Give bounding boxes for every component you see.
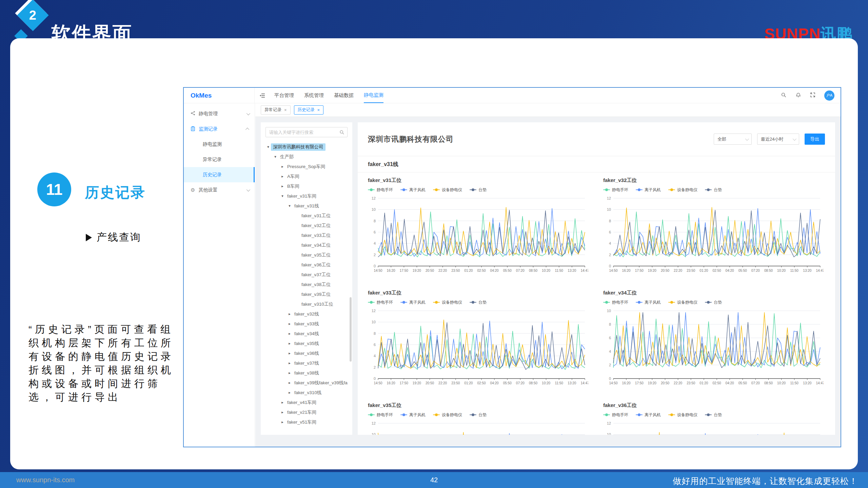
tree-node[interactable]: ▸faker_v33线 [265, 319, 348, 329]
tree-node[interactable]: faker_v33工位 [265, 230, 348, 240]
caret-closed-icon[interactable]: ▸ [287, 381, 292, 385]
sidebar-item-其他设置[interactable]: ⚙其他设置 [184, 182, 255, 198]
legend-item[interactable]: 静电手环 [368, 187, 393, 193]
tree-scrollbar[interactable] [350, 297, 352, 362]
caret-closed-icon[interactable]: ▸ [287, 390, 292, 395]
tree-node[interactable]: faker_v37工位 [265, 270, 348, 280]
nav-item[interactable]: 系统管理 [304, 88, 324, 103]
sidebar-item-静电管理[interactable]: 静电管理 [184, 106, 255, 121]
caret-closed-icon[interactable]: ▸ [287, 312, 292, 316]
caret-closed-icon[interactable]: ▸ [280, 410, 285, 414]
legend-item[interactable]: 离子风机 [400, 187, 426, 193]
caret-open-icon[interactable]: ▾ [273, 155, 278, 159]
caret-open-icon[interactable]: ▾ [280, 194, 285, 198]
tree-node[interactable]: ▸faker_v310线 [265, 388, 348, 398]
bell-icon[interactable] [795, 92, 801, 99]
sidebar-subitem-历史记录[interactable]: 历史记录 [184, 167, 255, 182]
tree-node[interactable]: ▸Pressure_Sop车间 [265, 162, 348, 171]
tree-node[interactable]: faker_v39工位 [265, 289, 348, 299]
tree-node[interactable]: ▾生产部 [265, 152, 348, 162]
caret-closed-icon[interactable]: ▸ [280, 420, 285, 424]
caret-closed-icon[interactable]: ▸ [280, 174, 285, 179]
tree-node[interactable]: ▾faker_v31车间 [265, 191, 348, 201]
legend-item[interactable]: 设备静电仪 [668, 300, 697, 305]
tree-node[interactable]: ▸faker_v51车间 [265, 417, 348, 427]
caret-open-icon[interactable]: ▾ [265, 145, 271, 149]
tree-node[interactable]: faker_v35工位 [265, 250, 348, 260]
caret-closed-icon[interactable]: ▸ [287, 331, 292, 336]
tab-close-icon[interactable]: × [284, 107, 287, 113]
tree-search-input[interactable] [269, 130, 338, 135]
search-icon[interactable] [781, 92, 787, 99]
line-section-title: faker_v31线 [368, 161, 825, 168]
tree-node[interactable]: ▸faker_v39线faker_v39线fak [265, 378, 348, 388]
tree-node[interactable]: faker_v36工位 [265, 260, 348, 270]
legend-item[interactable]: 台垫 [705, 187, 722, 193]
search-icon[interactable] [339, 130, 344, 136]
caret-closed-icon[interactable]: ▸ [287, 351, 292, 355]
legend-item[interactable]: 静电手环 [603, 300, 628, 305]
sidebar-subitem-静电监测[interactable]: 静电监测 [184, 137, 255, 152]
tab[interactable]: 历史记录× [294, 105, 324, 115]
nav-item[interactable]: 基础数据 [334, 88, 354, 103]
legend-item[interactable]: 静电手环 [368, 412, 393, 418]
tree-node[interactable]: ▸A车间 [265, 171, 348, 181]
svg-text:12: 12 [607, 421, 611, 425]
legend-item[interactable]: 设备静电仪 [433, 300, 462, 305]
caret-closed-icon[interactable]: ▸ [287, 361, 292, 365]
nav-item[interactable]: 平台管理 [274, 88, 294, 103]
tree-node[interactable]: ▸B车间 [265, 181, 348, 191]
legend-item[interactable]: 离子风机 [636, 300, 661, 305]
legend-item[interactable]: 台垫 [705, 300, 722, 305]
legend-item[interactable]: 静电手环 [368, 300, 393, 305]
tree-node[interactable]: ▸faker_v36线 [265, 348, 348, 358]
legend-item[interactable]: 台垫 [470, 300, 487, 305]
legend-item[interactable]: 设备静电仪 [433, 187, 462, 193]
nav-item[interactable]: 静电监测 [364, 88, 383, 103]
legend-item[interactable]: 设备静电仪 [668, 412, 697, 418]
fullscreen-icon[interactable] [810, 92, 815, 99]
tree-node[interactable]: ▸faker_v35线 [265, 339, 348, 348]
tree-node[interactable]: ▸faker_v37线 [265, 358, 348, 368]
caret-closed-icon[interactable]: ▸ [280, 164, 285, 169]
time-filter-select[interactable]: 最近24小时 [757, 134, 799, 145]
caret-closed-icon[interactable]: ▸ [287, 322, 292, 326]
legend-item[interactable]: 静电手环 [603, 412, 628, 418]
user-avatar[interactable]: 户A [824, 90, 834, 101]
legend-item[interactable]: 设备静电仪 [433, 412, 462, 418]
menu-fold-icon[interactable] [259, 93, 265, 99]
tree-node-label: faker_v34工位 [299, 242, 333, 249]
legend-item[interactable]: 离子风机 [636, 187, 661, 193]
tree-node[interactable]: faker_v310工位 [265, 299, 348, 309]
sidebar-subitem-异常记录[interactable]: 异常记录 [184, 152, 255, 167]
export-button[interactable]: 导出 [805, 134, 825, 145]
device-filter-select[interactable]: 全部 [714, 134, 752, 145]
tree-node[interactable]: ▸faker_v38线 [265, 368, 348, 378]
caret-open-icon[interactable]: ▾ [287, 204, 292, 208]
tab-close-icon[interactable]: × [317, 107, 320, 113]
caret-closed-icon[interactable]: ▸ [287, 341, 292, 346]
tree-node[interactable]: ▸faker_v34线 [265, 329, 348, 339]
legend-item[interactable]: 离子风机 [400, 300, 426, 305]
legend-item[interactable]: 台垫 [470, 187, 487, 193]
legend-item[interactable]: 设备静电仪 [668, 187, 697, 193]
legend-item[interactable]: 台垫 [470, 412, 487, 418]
legend-item[interactable]: 离子风机 [400, 412, 426, 418]
tree-node[interactable]: ▸faker_v21车间 [265, 407, 348, 417]
sidebar-item-监测记录[interactable]: 监测记录 [184, 121, 255, 137]
legend-item[interactable]: 离子风机 [636, 412, 661, 418]
caret-closed-icon[interactable]: ▸ [280, 184, 285, 188]
tree-node[interactable]: faker_v31工位 [265, 211, 348, 221]
caret-closed-icon[interactable]: ▸ [280, 400, 285, 405]
tree-node[interactable]: ▸faker_v41车间 [265, 398, 348, 407]
tab[interactable]: 异常记录× [261, 105, 291, 115]
tree-node[interactable]: faker_v38工位 [265, 280, 348, 289]
tree-node[interactable]: ▾深圳市讯鹏科技有限公司 [265, 142, 348, 152]
tree-node[interactable]: faker_v34工位 [265, 240, 348, 250]
tree-node[interactable]: ▸faker_v32线 [265, 309, 348, 319]
caret-closed-icon[interactable]: ▸ [287, 371, 292, 375]
tree-node[interactable]: ▾faker_v31线 [265, 201, 348, 211]
legend-item[interactable]: 台垫 [705, 412, 722, 418]
tree-node[interactable]: faker_v32工位 [265, 221, 348, 230]
legend-item[interactable]: 静电手环 [603, 187, 628, 193]
